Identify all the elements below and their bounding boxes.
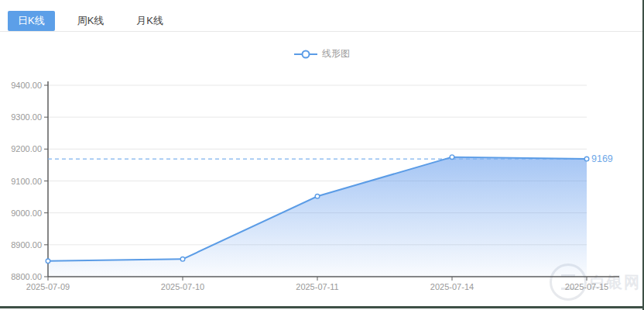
- kline-chart-panel: 日K线 周K线 月K线 线形图 白银网 8800.008900.009000.0…: [0, 0, 644, 310]
- data-point-marker: [180, 257, 185, 262]
- y-axis-label: 9300.00: [11, 112, 42, 122]
- y-axis-label: 9100.00: [11, 177, 42, 186]
- x-axis-label: 2025-07-15: [565, 282, 608, 291]
- x-axis-label: 2025-07-09: [26, 282, 70, 291]
- x-axis-label: 2025-07-14: [430, 282, 474, 291]
- data-point-marker: [450, 155, 454, 160]
- data-point-marker: [584, 157, 589, 161]
- series-area-fill: [48, 157, 587, 277]
- price-line-chart[interactable]: 8800.008900.009000.009100.009200.009300.…: [0, 0, 644, 310]
- y-axis-label: 9200.00: [11, 144, 42, 153]
- data-point-marker: [46, 259, 50, 264]
- y-axis-label: 8900.00: [11, 240, 42, 250]
- y-axis-label: 8800.00: [11, 272, 42, 281]
- mark-line-value-label: 9169: [591, 153, 613, 164]
- y-axis-label: 9000.00: [11, 208, 42, 218]
- y-axis-label: 9400.00: [11, 81, 42, 90]
- x-axis-label: 2025-07-10: [161, 282, 204, 291]
- data-point-marker: [315, 194, 320, 198]
- x-axis-label: 2025-07-11: [296, 282, 338, 291]
- panel-bottom-border: [0, 306, 644, 308]
